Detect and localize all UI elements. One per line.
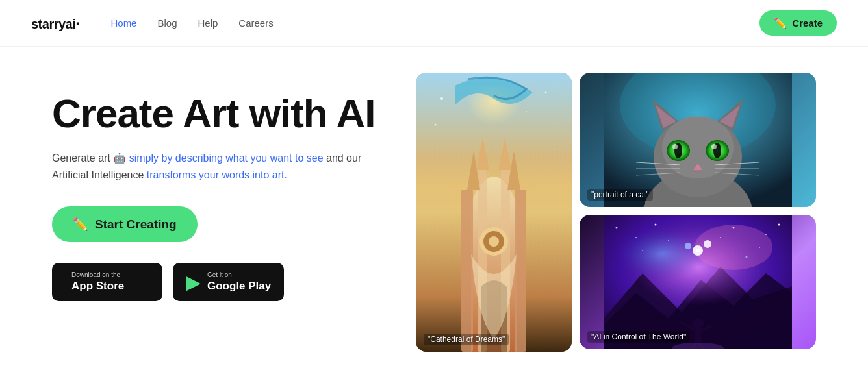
svg-point-52 xyxy=(668,240,669,241)
app-store-button[interactable]: Download on the App Store xyxy=(52,263,162,301)
art-gallery: "Cathedral of Dreams" xyxy=(416,73,816,352)
logo[interactable]: starryai· xyxy=(31,14,79,32)
nav-links: Home Blog Help Careers xyxy=(110,18,760,29)
svg-point-58 xyxy=(720,237,721,238)
cathedral-art-content xyxy=(416,73,572,352)
svg-point-14 xyxy=(545,92,547,93)
space-art-card: "AI in Control of The World" xyxy=(580,215,816,349)
navbar: starryai· Home Blog Help Careers ✏️ Crea… xyxy=(0,0,868,47)
svg-point-51 xyxy=(655,224,657,226)
svg-point-16 xyxy=(435,124,437,126)
hero-title: Create Art with AI xyxy=(52,92,390,134)
cathedral-svg xyxy=(416,73,572,352)
start-creating-button[interactable]: ✏️ Start Creating xyxy=(52,206,198,242)
google-play-button[interactable]: ▶ Get it on Google Play xyxy=(173,263,284,301)
svg-point-59 xyxy=(746,256,748,258)
google-play-large-label: Google Play xyxy=(207,279,271,293)
svg-rect-2 xyxy=(461,190,473,352)
space-label: "AI in Control of The World" xyxy=(587,331,690,343)
pencil-icon-start: ✏️ xyxy=(73,217,88,232)
svg-point-46 xyxy=(685,243,691,249)
cathedral-label: "Cathedral of Dreams" xyxy=(424,334,509,345)
google-play-small-label: Get it on xyxy=(207,271,271,279)
pencil-icon: ✏️ xyxy=(774,17,787,29)
nav-blog[interactable]: Blog xyxy=(157,18,177,29)
main-content: Create Art with AI Generate art 🤖 simply… xyxy=(0,47,868,352)
svg-point-48 xyxy=(696,249,700,252)
svg-point-13 xyxy=(440,97,443,100)
right-art-column: "portrait of a cat" xyxy=(580,73,816,349)
svg-point-50 xyxy=(635,237,637,238)
app-store-small-label: Download on the xyxy=(71,271,124,279)
play-icon: ▶ xyxy=(186,271,201,293)
hero-section: Create Art with AI Generate art 🤖 simply… xyxy=(52,73,390,301)
cat-label: "portrait of a cat" xyxy=(587,189,653,201)
svg-point-57 xyxy=(642,250,643,251)
svg-point-30 xyxy=(672,144,678,149)
cathedral-card-column: "Cathedral of Dreams" xyxy=(416,73,572,352)
cat-art-card: "portrait of a cat" xyxy=(580,73,816,207)
svg-rect-61 xyxy=(695,325,701,343)
svg-point-54 xyxy=(765,234,767,235)
nav-help[interactable]: Help xyxy=(198,18,218,29)
svg-point-56 xyxy=(759,247,760,248)
svg-point-53 xyxy=(733,227,735,229)
cat-svg xyxy=(580,73,816,207)
svg-point-47 xyxy=(704,240,711,248)
nav-home[interactable]: Home xyxy=(110,18,136,29)
cathedral-art-card: "Cathedral of Dreams" xyxy=(416,73,572,352)
svg-point-49 xyxy=(616,227,618,229)
hero-description: Generate art 🤖 simply by describing what… xyxy=(52,150,364,183)
create-button[interactable]: ✏️ Create xyxy=(760,10,837,36)
space-svg xyxy=(580,215,816,349)
nav-careers[interactable]: Careers xyxy=(238,18,273,29)
app-store-large-label: App Store xyxy=(71,279,124,293)
app-download-buttons: Download on the App Store ▶ Get it on Go… xyxy=(52,263,390,301)
svg-point-55 xyxy=(778,224,780,226)
svg-point-8 xyxy=(489,236,499,247)
svg-point-31 xyxy=(711,144,717,149)
svg-point-15 xyxy=(526,111,527,112)
svg-rect-3 xyxy=(515,190,526,352)
